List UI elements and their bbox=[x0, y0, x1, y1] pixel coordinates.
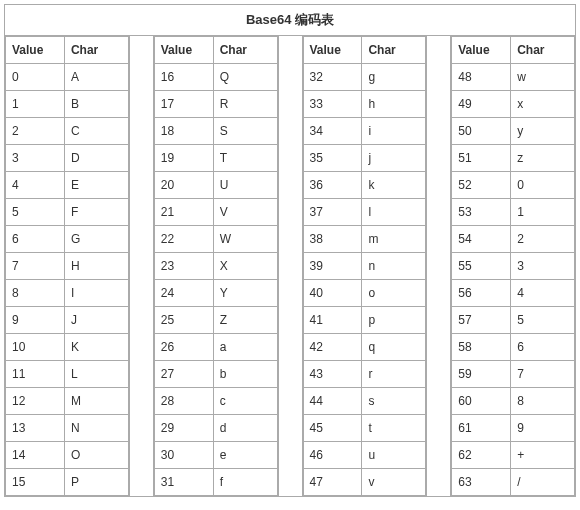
cell-char: M bbox=[64, 388, 128, 415]
cell-char: E bbox=[64, 172, 128, 199]
cell-char: W bbox=[213, 226, 277, 253]
cell-value: 55 bbox=[452, 253, 511, 280]
table-row: 41p bbox=[303, 307, 426, 334]
cell-char: O bbox=[64, 442, 128, 469]
cell-char: F bbox=[64, 199, 128, 226]
table-row: 38m bbox=[303, 226, 426, 253]
cell-value: 30 bbox=[154, 442, 213, 469]
table-header-row: ValueChar bbox=[303, 37, 426, 64]
table-header-row: ValueChar bbox=[452, 37, 575, 64]
cell-char: Q bbox=[213, 64, 277, 91]
table-row: 40o bbox=[303, 280, 426, 307]
header-char: Char bbox=[362, 37, 426, 64]
cell-char: x bbox=[511, 91, 575, 118]
cell-char: 0 bbox=[511, 172, 575, 199]
cell-value: 25 bbox=[154, 307, 213, 334]
cell-char: p bbox=[362, 307, 426, 334]
table-row: 49x bbox=[452, 91, 575, 118]
cell-char: S bbox=[213, 118, 277, 145]
table-row: 45t bbox=[303, 415, 426, 442]
cell-char: w bbox=[511, 64, 575, 91]
table-row: 21V bbox=[154, 199, 277, 226]
cell-value: 45 bbox=[303, 415, 362, 442]
cell-char: o bbox=[362, 280, 426, 307]
header-char: Char bbox=[213, 37, 277, 64]
cell-char: j bbox=[362, 145, 426, 172]
base64-encoding-table: Base64 编码表 ValueChar0A1B2C3D4E5F6G7H8I9J… bbox=[4, 4, 576, 497]
cell-value: 18 bbox=[154, 118, 213, 145]
spacer-cell bbox=[278, 36, 302, 497]
cell-char: u bbox=[362, 442, 426, 469]
cell-value: 63 bbox=[452, 469, 511, 496]
cell-char: + bbox=[511, 442, 575, 469]
cell-value: 51 bbox=[452, 145, 511, 172]
cell-value: 58 bbox=[452, 334, 511, 361]
cell-char: K bbox=[64, 334, 128, 361]
cell-value: 23 bbox=[154, 253, 213, 280]
cell-char: P bbox=[64, 469, 128, 496]
cell-value: 40 bbox=[303, 280, 362, 307]
cell-char: V bbox=[213, 199, 277, 226]
cell-char: Z bbox=[213, 307, 277, 334]
group-cell-3: ValueChar48w49x50y51z5205315425535645755… bbox=[451, 36, 576, 497]
table-row: 44s bbox=[303, 388, 426, 415]
group-cell-1: ValueChar16Q17R18S19T20U21V22W23X24Y25Z2… bbox=[153, 36, 278, 497]
table-row: 63/ bbox=[452, 469, 575, 496]
table-row: 17R bbox=[154, 91, 277, 118]
cell-value: 33 bbox=[303, 91, 362, 118]
header-value: Value bbox=[452, 37, 511, 64]
cell-char: z bbox=[511, 145, 575, 172]
cell-char: / bbox=[511, 469, 575, 496]
value-char-table: ValueChar16Q17R18S19T20U21V22W23X24Y25Z2… bbox=[154, 36, 278, 496]
table-row: 1B bbox=[6, 91, 129, 118]
cell-char: A bbox=[64, 64, 128, 91]
cell-char: 4 bbox=[511, 280, 575, 307]
cell-value: 50 bbox=[452, 118, 511, 145]
value-char-table: ValueChar0A1B2C3D4E5F6G7H8I9J10K11L12M13… bbox=[5, 36, 129, 496]
cell-value: 24 bbox=[154, 280, 213, 307]
cell-value: 38 bbox=[303, 226, 362, 253]
table-row: 51z bbox=[452, 145, 575, 172]
cell-value: 34 bbox=[303, 118, 362, 145]
cell-value: 27 bbox=[154, 361, 213, 388]
cell-value: 11 bbox=[6, 361, 65, 388]
cell-char: T bbox=[213, 145, 277, 172]
cell-value: 3 bbox=[6, 145, 65, 172]
cell-char: C bbox=[64, 118, 128, 145]
cell-value: 44 bbox=[303, 388, 362, 415]
cell-value: 41 bbox=[303, 307, 362, 334]
table-row: 2C bbox=[6, 118, 129, 145]
table-row: 531 bbox=[452, 199, 575, 226]
table-row: 8I bbox=[6, 280, 129, 307]
cell-value: 2 bbox=[6, 118, 65, 145]
table-row: 15P bbox=[6, 469, 129, 496]
table-row: 37l bbox=[303, 199, 426, 226]
cell-value: 57 bbox=[452, 307, 511, 334]
table-row: 42q bbox=[303, 334, 426, 361]
table-row: 608 bbox=[452, 388, 575, 415]
table-row: 20U bbox=[154, 172, 277, 199]
cell-value: 0 bbox=[6, 64, 65, 91]
table-row: 33h bbox=[303, 91, 426, 118]
cell-value: 20 bbox=[154, 172, 213, 199]
cell-value: 39 bbox=[303, 253, 362, 280]
cell-char: g bbox=[362, 64, 426, 91]
cell-char: Y bbox=[213, 280, 277, 307]
cell-char: d bbox=[213, 415, 277, 442]
cell-char: e bbox=[213, 442, 277, 469]
group-cell-0: ValueChar0A1B2C3D4E5F6G7H8I9J10K11L12M13… bbox=[5, 36, 130, 497]
cell-char: L bbox=[64, 361, 128, 388]
table-body-row: ValueChar0A1B2C3D4E5F6G7H8I9J10K11L12M13… bbox=[5, 36, 576, 497]
table-row: 31f bbox=[154, 469, 277, 496]
cell-char: c bbox=[213, 388, 277, 415]
table-row: 520 bbox=[452, 172, 575, 199]
cell-char: h bbox=[362, 91, 426, 118]
table-row: 35j bbox=[303, 145, 426, 172]
table-row: 19T bbox=[154, 145, 277, 172]
cell-char: H bbox=[64, 253, 128, 280]
cell-value: 43 bbox=[303, 361, 362, 388]
cell-char: s bbox=[362, 388, 426, 415]
table-row: 619 bbox=[452, 415, 575, 442]
table-row: 564 bbox=[452, 280, 575, 307]
table-row: 47v bbox=[303, 469, 426, 496]
